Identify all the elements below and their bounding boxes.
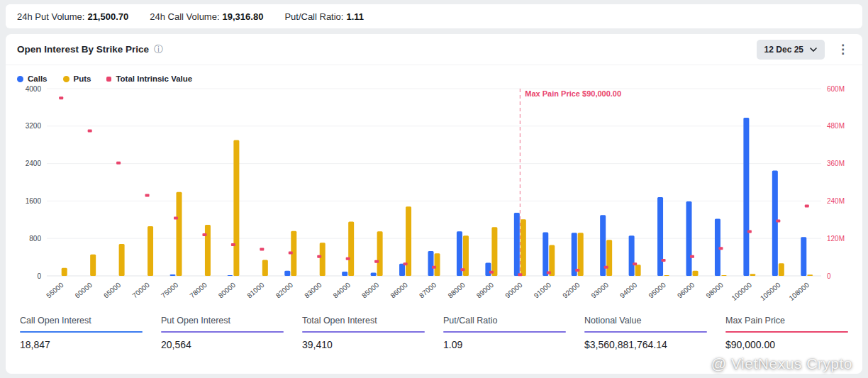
intrinsic-marker[interactable]: [59, 96, 63, 99]
intrinsic-marker[interactable]: [604, 266, 608, 269]
call-bar[interactable]: [657, 197, 663, 276]
put-bar[interactable]: [491, 227, 497, 276]
intrinsic-marker[interactable]: [88, 129, 92, 132]
put-bar[interactable]: [664, 275, 669, 276]
call-bar[interactable]: [772, 171, 778, 277]
put-bar[interactable]: [549, 245, 555, 276]
right-axis-tick: 600M: [827, 85, 845, 93]
intrinsic-marker[interactable]: [317, 255, 321, 258]
stat-label: Call Open Interest: [20, 316, 143, 331]
intrinsic-marker[interactable]: [518, 273, 522, 276]
put-bar[interactable]: [205, 225, 211, 276]
put-bar[interactable]: [750, 274, 755, 276]
intrinsic-marker[interactable]: [662, 259, 666, 262]
call-bar[interactable]: [514, 213, 520, 276]
footer-stat-total-open-interest: Total Open Interest39,410: [302, 316, 425, 350]
call-bar[interactable]: [542, 233, 548, 276]
put-bar[interactable]: [406, 206, 411, 276]
put-bar[interactable]: [348, 221, 354, 276]
total-intrinsic-value-legend-marker: [106, 77, 111, 82]
date-selector-label: 12 Dec 25: [764, 45, 803, 55]
intrinsic-marker[interactable]: [260, 248, 264, 251]
put-bar[interactable]: [148, 226, 153, 276]
intrinsic-marker[interactable]: [747, 230, 752, 233]
legend-item-puts[interactable]: Puts: [63, 74, 91, 83]
put-bar[interactable]: [177, 192, 182, 276]
call-bar[interactable]: [801, 237, 806, 276]
intrinsic-marker[interactable]: [432, 266, 436, 269]
intrinsic-marker[interactable]: [776, 220, 780, 223]
put-bar[interactable]: [320, 243, 326, 276]
put-bar[interactable]: [635, 265, 641, 276]
intrinsic-marker[interactable]: [202, 233, 206, 236]
stat-label: Max Pain Price: [725, 316, 848, 331]
x-axis-label: 81000: [245, 281, 266, 300]
put-bar[interactable]: [606, 240, 612, 276]
intrinsic-marker[interactable]: [231, 243, 235, 246]
call-bar[interactable]: [170, 274, 176, 276]
chart-legend: CallsPutsTotal Intrinsic Value: [6, 65, 862, 84]
call-bar[interactable]: [743, 118, 749, 276]
intrinsic-marker[interactable]: [374, 260, 379, 263]
stat-value: 18,847: [20, 333, 143, 350]
open-interest-card: Open Interest By Strike Price ⓘ 12 Dec 2…: [6, 34, 862, 374]
intrinsic-marker[interactable]: [690, 255, 694, 258]
x-axis-label: 108000: [787, 281, 811, 302]
x-axis-label: 92000: [561, 281, 582, 300]
call-volume-value: 19,316.80: [223, 11, 264, 22]
call-bar[interactable]: [371, 272, 377, 276]
call-bar[interactable]: [686, 201, 692, 276]
intrinsic-marker[interactable]: [346, 257, 350, 260]
watermark: @ VietNexus Crypto: [711, 355, 852, 372]
intrinsic-marker[interactable]: [805, 204, 809, 207]
put-bar[interactable]: [807, 274, 813, 276]
put-bar[interactable]: [262, 260, 268, 276]
left-axis-tick: 2400: [26, 160, 42, 167]
intrinsic-marker[interactable]: [145, 194, 150, 196]
intrinsic-marker[interactable]: [460, 268, 464, 271]
put-bar[interactable]: [779, 263, 784, 276]
x-axis-label: 94000: [618, 281, 639, 300]
intrinsic-marker[interactable]: [489, 271, 494, 274]
footer-stat-call-open-interest: Call Open Interest18,847: [20, 316, 143, 350]
x-axis-label: 65000: [102, 281, 123, 300]
stat-value: 39,410: [302, 333, 425, 350]
put-bar[interactable]: [90, 255, 96, 276]
stat-label: Put Open Interest: [161, 316, 284, 331]
legend-item-total-intrinsic-value[interactable]: Total Intrinsic Value: [106, 74, 192, 83]
put-bar[interactable]: [119, 244, 125, 276]
left-axis-tick: 0: [37, 272, 41, 280]
put-bar[interactable]: [62, 268, 67, 276]
x-axis-label: 100000: [730, 281, 754, 302]
put-bar[interactable]: [233, 140, 239, 276]
intrinsic-marker[interactable]: [633, 262, 637, 265]
x-axis-label: 95000: [647, 281, 667, 300]
put-bar[interactable]: [377, 231, 383, 276]
call-bar[interactable]: [399, 264, 405, 276]
date-selector[interactable]: 12 Dec 25: [757, 40, 825, 60]
intrinsic-marker[interactable]: [289, 251, 293, 254]
call-bar[interactable]: [428, 251, 434, 276]
call-volume-label: 24h Call Volume:: [150, 11, 219, 22]
put-call-ratio-label: Put/Call Ratio:: [284, 11, 343, 22]
right-axis-tick: 120M: [827, 235, 845, 243]
put-bar[interactable]: [693, 271, 699, 276]
call-bar[interactable]: [227, 275, 233, 276]
intrinsic-marker[interactable]: [116, 162, 121, 165]
intrinsic-marker[interactable]: [718, 247, 723, 250]
legend-item-calls[interactable]: Calls: [17, 74, 48, 83]
put-bar[interactable]: [721, 275, 727, 276]
open-interest-chart[interactable]: 080016002400320040000120M240M360M480M600…: [6, 84, 862, 310]
call-bar[interactable]: [342, 272, 347, 276]
call-bar[interactable]: [485, 263, 491, 276]
put-bar[interactable]: [521, 219, 526, 276]
call-bar[interactable]: [629, 235, 635, 276]
call-bar[interactable]: [284, 271, 290, 276]
more-menu-icon[interactable]: ⋮: [835, 43, 851, 55]
info-icon[interactable]: ⓘ: [154, 45, 163, 54]
intrinsic-marker[interactable]: [174, 217, 178, 220]
intrinsic-marker[interactable]: [575, 269, 579, 272]
intrinsic-marker[interactable]: [404, 262, 408, 265]
put-bar[interactable]: [435, 253, 440, 276]
intrinsic-marker[interactable]: [547, 272, 551, 274]
